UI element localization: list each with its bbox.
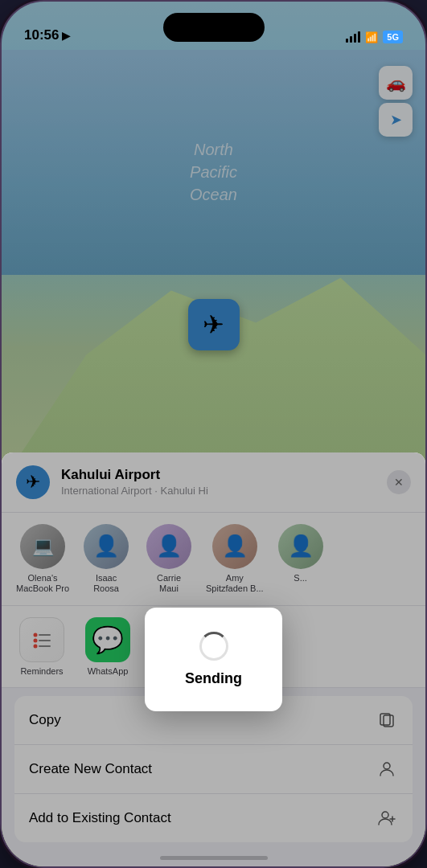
sending-label: Sending: [185, 670, 242, 687]
sending-card: Sending: [145, 608, 282, 711]
battery-icon: 5G: [383, 31, 403, 43]
sending-overlay: Sending: [2, 452, 425, 866]
time-display: 10:56: [24, 27, 59, 43]
phone-frame: 10:56 ▶ 📶 5G NorthPacificOcean 🚗 ➤ ✈: [0, 0, 427, 868]
dynamic-island: [163, 13, 265, 42]
location-arrow-icon: ▶: [62, 30, 70, 42]
signal-bars: [346, 31, 360, 43]
signal-bar-4: [358, 31, 360, 43]
share-sheet: ✈ Kahului Airport International Airport …: [2, 452, 425, 866]
signal-bar-2: [350, 36, 352, 43]
home-indicator: [160, 856, 268, 860]
signal-bar-3: [354, 34, 356, 43]
signal-bar-1: [346, 39, 348, 43]
loading-spinner: [199, 632, 228, 661]
status-icons: 📶 5G: [346, 31, 403, 43]
status-time: 10:56 ▶: [24, 27, 70, 43]
wifi-icon: 📶: [365, 31, 378, 43]
battery-label: 5G: [387, 32, 399, 42]
